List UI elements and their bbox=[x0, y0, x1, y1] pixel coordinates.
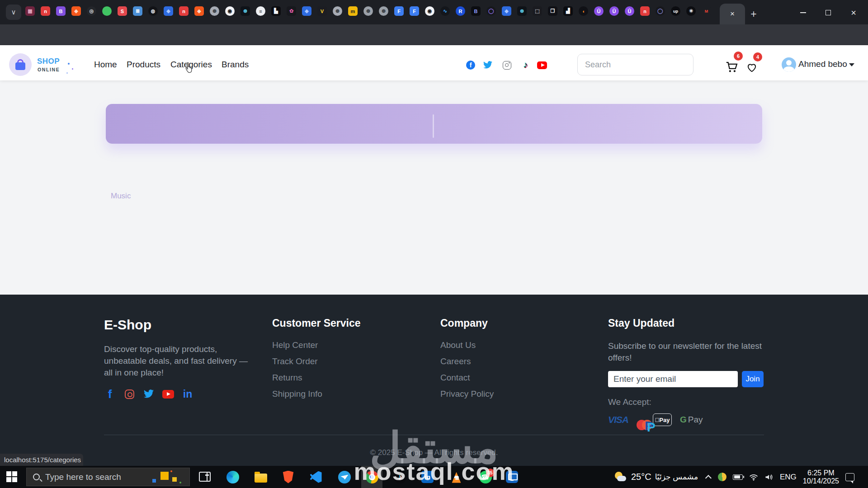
nav-products[interactable]: Products bbox=[127, 60, 160, 70]
language-indicator[interactable]: ENG bbox=[780, 473, 797, 482]
twitter-icon[interactable] bbox=[483, 60, 493, 70]
taskbar-search[interactable]: Type here to search bbox=[26, 468, 190, 486]
pinned-tab-icon[interactable]: ❒ bbox=[548, 6, 557, 16]
taskbar-app-edge[interactable] bbox=[222, 466, 243, 488]
taskbar-app-brave[interactable] bbox=[278, 466, 299, 488]
pinned-tab-icon[interactable]: ▦ bbox=[25, 6, 35, 16]
action-center-icon[interactable] bbox=[845, 473, 854, 481]
new-tab-button[interactable]: + bbox=[747, 7, 760, 21]
pinned-tab-icon[interactable]: B bbox=[56, 6, 66, 16]
pinned-tab-icon[interactable]: ◆ bbox=[164, 6, 173, 16]
task-view-icon[interactable] bbox=[199, 472, 211, 482]
pinned-tab-icon[interactable]: R bbox=[456, 6, 465, 16]
battery-icon[interactable] bbox=[733, 474, 743, 480]
pinned-tab-icon[interactable]: ⊕ bbox=[333, 6, 342, 16]
nav-home[interactable]: Home bbox=[94, 60, 117, 70]
pinned-tab-icon[interactable]: up bbox=[671, 6, 680, 16]
taskbar-clock[interactable]: 6:25 PM 10/14/2025 bbox=[803, 469, 839, 485]
pinned-tab-icon[interactable]: ▟ bbox=[563, 6, 573, 16]
footer-link-help-center[interactable]: Help Center bbox=[272, 340, 361, 350]
pinned-tab-icon[interactable]: ◖ bbox=[579, 6, 588, 16]
instagram-icon[interactable] bbox=[502, 60, 512, 70]
taskbar-app-linkedin[interactable]: in bbox=[417, 466, 438, 488]
window-close-button[interactable]: × bbox=[847, 6, 860, 19]
taskbar-app-whatsapp[interactable]: ☎35 bbox=[475, 466, 496, 488]
close-tab-icon[interactable]: × bbox=[730, 9, 735, 19]
pinned-tab-icon[interactable]: ◆ bbox=[194, 6, 204, 16]
antivirus-tray-icon[interactable] bbox=[718, 473, 726, 481]
pinned-tab-icon[interactable]: ◎ bbox=[87, 6, 96, 16]
pinned-tab-icon[interactable]: ◉ bbox=[225, 6, 235, 16]
pinned-tab-icon[interactable]: ⊕ bbox=[379, 6, 388, 16]
shop-logo[interactable] bbox=[9, 53, 32, 76]
pinned-tab-icon[interactable]: ⊕ bbox=[363, 6, 373, 16]
pinned-tab-icon[interactable]: ⊛ bbox=[517, 6, 527, 16]
active-tab[interactable]: × bbox=[720, 4, 745, 24]
taskbar-app-chrome[interactable] bbox=[361, 466, 382, 488]
pinned-tab-icon[interactable]: F bbox=[410, 6, 419, 16]
pinned-tab-icon[interactable] bbox=[102, 6, 112, 16]
pinned-tab-icon[interactable]: ◯ bbox=[656, 6, 665, 16]
pinned-tab-icon[interactable]: ≡ bbox=[256, 6, 265, 16]
wishlist-heart-icon[interactable] bbox=[746, 61, 758, 73]
pinned-tab-icon[interactable]: ◆ bbox=[502, 6, 511, 16]
pinned-tab-icon[interactable]: n bbox=[41, 6, 50, 16]
pinned-tab-icon[interactable]: ⊛ bbox=[241, 6, 250, 16]
newsletter-email-input[interactable]: Enter your email bbox=[608, 371, 738, 387]
cart-icon[interactable] bbox=[725, 60, 738, 74]
newsletter-join-button[interactable]: Join bbox=[742, 371, 764, 387]
pinned-tab-icon[interactable]: ≣ bbox=[133, 6, 142, 16]
pinned-tab-icon[interactable]: S bbox=[118, 6, 127, 16]
footer-link-contact[interactable]: Contact bbox=[440, 373, 494, 383]
youtube-icon[interactable] bbox=[537, 60, 547, 70]
pinned-tab-icon[interactable]: ◆ bbox=[302, 6, 311, 16]
tiktok-icon[interactable]: ♪ bbox=[521, 60, 531, 70]
footer-link-privacy-policy[interactable]: Privacy Policy bbox=[440, 389, 494, 399]
nav-brands[interactable]: Brands bbox=[222, 60, 249, 70]
pinned-tab-icon[interactable]: Û bbox=[609, 6, 619, 16]
taskbar-app-tiktok[interactable]: ♪ bbox=[389, 466, 410, 488]
pinned-tab-icon[interactable]: V bbox=[317, 6, 327, 16]
window-minimize-button[interactable] bbox=[797, 6, 809, 19]
footer-link-careers[interactable]: Careers bbox=[440, 357, 494, 366]
weather-widget[interactable]: 25°C مشمس جزئيًا bbox=[614, 466, 698, 488]
pinned-tab-icon[interactable]: ✳ bbox=[686, 6, 696, 16]
taskbar-app-file-explorer[interactable] bbox=[250, 466, 271, 488]
footer-link-returns[interactable]: Returns bbox=[272, 373, 361, 383]
window-maximize-button[interactable] bbox=[822, 6, 835, 19]
facebook-icon[interactable]: f bbox=[466, 60, 476, 70]
pinned-tab-icon[interactable]: Û bbox=[594, 6, 604, 16]
pinned-tab-icon[interactable]: B bbox=[471, 6, 481, 16]
pinned-tab-icon[interactable]: ✿ bbox=[287, 6, 296, 16]
pinned-tab-icon[interactable]: ◆ bbox=[71, 6, 81, 16]
user-avatar[interactable] bbox=[782, 57, 796, 72]
footer-link-shipping-info[interactable]: Shipping Info bbox=[272, 389, 361, 399]
pinned-tab-icon[interactable]: m bbox=[348, 6, 358, 16]
category-banner[interactable] bbox=[106, 104, 762, 144]
pinned-tab-icon[interactable]: ▙ bbox=[271, 6, 281, 16]
pinned-tab-icon[interactable]: ◉ bbox=[425, 6, 434, 16]
user-name[interactable]: Ahmed bebo bbox=[798, 59, 847, 69]
taskbar-app-vscode[interactable] bbox=[305, 466, 326, 488]
footer-link-track-order[interactable]: Track Order bbox=[272, 357, 361, 366]
footer-link-about-us[interactable]: About Us bbox=[440, 340, 494, 350]
windows-start-icon[interactable] bbox=[6, 471, 18, 483]
pinned-tab-icon[interactable]: ⊕ bbox=[210, 6, 219, 16]
linkedin-icon[interactable]: in bbox=[182, 388, 193, 400]
tray-expand-icon[interactable] bbox=[705, 475, 712, 481]
pinned-tab-icon[interactable]: ∿ bbox=[440, 6, 450, 16]
pinned-tab-icon[interactable]: n bbox=[179, 6, 189, 16]
category-label-music[interactable]: Music bbox=[111, 192, 131, 201]
facebook-icon[interactable]: f bbox=[104, 388, 116, 400]
taskbar-app-telegram[interactable] bbox=[334, 466, 355, 488]
wifi-icon[interactable] bbox=[749, 474, 758, 481]
youtube-icon[interactable] bbox=[162, 388, 174, 400]
pinned-tab-icon[interactable]: F bbox=[394, 6, 404, 16]
pinned-tab-icon[interactable]: ◍ bbox=[148, 6, 158, 16]
taskbar-app-screen-recorder[interactable] bbox=[501, 466, 523, 488]
pinned-tab-icon[interactable]: ◯ bbox=[486, 6, 496, 16]
search-input[interactable]: Search bbox=[577, 54, 693, 75]
twitter-icon[interactable] bbox=[143, 388, 155, 400]
pinned-tab-icon[interactable]: Û bbox=[625, 6, 634, 16]
instagram-icon[interactable] bbox=[123, 388, 135, 400]
